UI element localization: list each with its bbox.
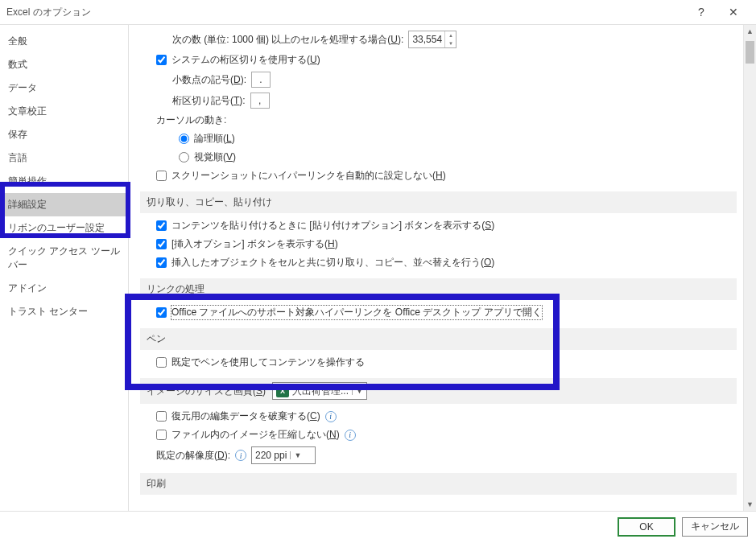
window-title: Excel のオプション: [6, 6, 685, 19]
info-icon[interactable]: i: [325, 411, 337, 422]
default-resolution-value: 220 ppi: [255, 450, 287, 461]
sidebar-item-proofing[interactable]: 文章校正: [0, 100, 128, 123]
pen-default-checkbox[interactable]: [156, 357, 167, 368]
section-link-handling: リンクの処理: [140, 278, 737, 300]
cursor-visual-radio[interactable]: [179, 152, 189, 162]
vertical-scrollbar[interactable]: ▲ ▼: [743, 25, 756, 511]
section-pen: ペン: [140, 328, 737, 350]
chevron-down-icon: ▼: [352, 387, 363, 395]
sidebar-item-qat[interactable]: クイック アクセス ツール バー: [0, 240, 128, 277]
decimal-separator-label: 小数点の記号(D):: [172, 73, 246, 87]
sidebar-item-formulas[interactable]: 数式: [0, 53, 128, 76]
close-button[interactable]: ✕: [717, 1, 750, 23]
sidebar-item-language[interactable]: 言語: [0, 146, 128, 170]
main-panel: ▲ ▼ 次の数 (単位: 1000 個) 以上のセルを処理する場合(U): 33…: [129, 25, 756, 511]
sidebar-item-data[interactable]: データ: [0, 76, 128, 100]
cursor-movement-label: カーソルの動き:: [156, 113, 226, 127]
insert-options-label: [挿入オプション] ボタンを表示する(H): [171, 237, 338, 251]
thousands-separator-label: 桁区切り記号(T):: [172, 94, 246, 108]
spinner-down-icon[interactable]: ▼: [444, 39, 456, 47]
ok-button[interactable]: OK: [618, 517, 675, 537]
cells-threshold-input[interactable]: 33,554 ▲▼: [408, 31, 456, 48]
spinner-up-icon[interactable]: ▲: [444, 31, 456, 39]
category-sidebar: 全般 数式 データ 文章校正 保存 言語 簡単操作 詳細設定 リボンのユーザー設…: [0, 25, 129, 511]
default-resolution-label: 既定の解像度(D):: [156, 449, 230, 463]
sidebar-item-save[interactable]: 保存: [0, 123, 128, 146]
sidebar-item-ease[interactable]: 簡単操作: [0, 170, 128, 193]
paste-options-checkbox[interactable]: [156, 220, 167, 231]
scrollbar-thumb[interactable]: [746, 41, 754, 64]
no-compress-checkbox[interactable]: [156, 430, 167, 440]
thousands-separator-input[interactable]: ,: [250, 93, 270, 109]
cursor-logical-label: 論理順(L): [194, 132, 235, 146]
inserted-objects-checkbox[interactable]: [156, 257, 167, 268]
cancel-button[interactable]: キャンセル: [682, 517, 748, 537]
image-workbook-dropdown[interactable]: X 入出荷管理... ▼: [272, 382, 367, 400]
scroll-down-arrow-icon[interactable]: ▼: [744, 498, 756, 511]
screenshot-hyperlink-label: スクリーンショットにハイパーリンクを自動的に設定しない(H): [171, 169, 446, 183]
screenshot-hyperlink-checkbox[interactable]: [156, 171, 167, 181]
discard-edit-data-label: 復元用の編集データを破棄する(C): [171, 409, 320, 423]
pen-default-label: 既定でペンを使用してコンテンツを操作する: [171, 356, 365, 369]
insert-options-checkbox[interactable]: [156, 239, 167, 249]
scroll-up-arrow-icon[interactable]: ▲: [744, 25, 756, 38]
default-resolution-dropdown[interactable]: 220 ppi ▼: [251, 446, 316, 464]
cursor-logical-radio[interactable]: [179, 134, 189, 144]
info-icon[interactable]: i: [345, 430, 356, 441]
discard-edit-data-checkbox[interactable]: [156, 411, 167, 422]
use-system-separators-checkbox[interactable]: [156, 55, 167, 65]
no-compress-label: ファイル内のイメージを圧縮しない(N): [171, 428, 340, 442]
office-link-label: Office ファイルへのサポート対象ハイパーリンクを Office デスクトッ…: [171, 306, 542, 319]
dialog-footer: OK キャンセル: [0, 511, 756, 541]
info-icon[interactable]: i: [235, 450, 246, 461]
sidebar-item-ribbon[interactable]: リボンのユーザー設定: [0, 216, 128, 240]
section-image-size-quality: イメージのサイズと画質(S) X 入出荷管理... ▼: [140, 378, 737, 404]
cells-threshold-value: 33,554: [412, 34, 442, 45]
excel-file-icon: X: [276, 385, 289, 397]
sidebar-item-general[interactable]: 全般: [0, 30, 128, 53]
help-button[interactable]: ?: [685, 1, 717, 23]
inserted-objects-label: 挿入したオブジェクトをセルと共に切り取り、コピー、並べ替えを行う(O): [171, 256, 494, 269]
sidebar-item-advanced[interactable]: 詳細設定: [0, 193, 128, 216]
sidebar-item-trust[interactable]: トラスト センター: [0, 300, 128, 323]
cells-threshold-label: 次の数 (単位: 1000 個) 以上のセルを処理する場合(U):: [172, 33, 403, 47]
section-cut-copy-paste: 切り取り、コピー、貼り付け: [140, 191, 737, 213]
paste-options-label: コンテンツを貼り付けるときに [貼り付けオプション] ボタンを表示する(S): [171, 219, 494, 232]
section-print: 印刷: [140, 473, 737, 495]
sidebar-item-addins[interactable]: アドイン: [0, 277, 128, 300]
office-link-checkbox[interactable]: [156, 307, 167, 318]
image-workbook-value: 入出荷管理...: [292, 385, 349, 398]
decimal-separator-input[interactable]: .: [251, 72, 271, 88]
use-system-separators-label: システムの桁区切りを使用する(U): [171, 53, 320, 67]
chevron-down-icon: ▼: [290, 451, 301, 459]
cursor-visual-label: 視覚順(V): [194, 150, 236, 164]
